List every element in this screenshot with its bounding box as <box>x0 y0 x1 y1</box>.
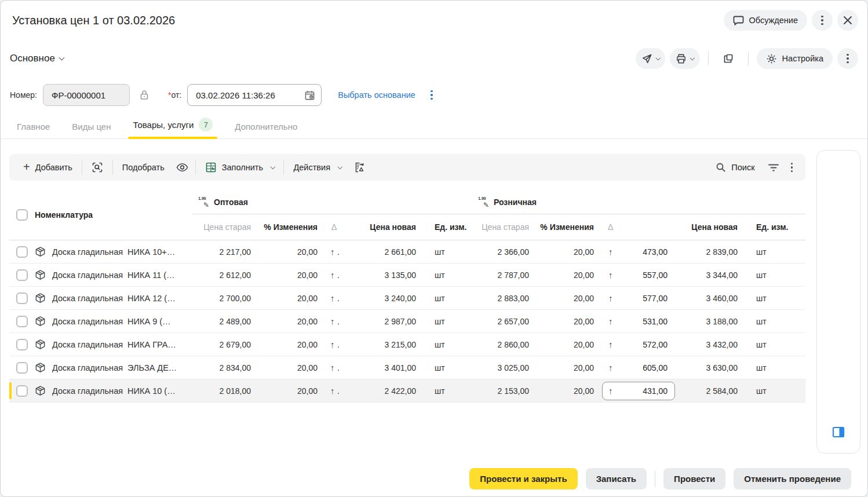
col-wholesale-old-price[interactable]: Цена старая <box>192 214 259 240</box>
retail-old-price[interactable]: 2 860,00 <box>468 340 537 349</box>
wholesale-delta[interactable]: ↑ . <box>326 363 359 372</box>
actions-button[interactable]: Действия <box>286 158 348 177</box>
group-wholesale[interactable]: 1.90✎ Оптовая <box>192 190 468 214</box>
date-field[interactable] <box>187 84 322 106</box>
date-input[interactable] <box>196 90 293 100</box>
retail-old-price[interactable]: 2 657,00 <box>468 317 537 326</box>
wholesale-delta[interactable]: ↑ . <box>326 339 359 349</box>
wholesale-delta[interactable]: ↑ . <box>326 316 359 326</box>
row-checkbox[interactable] <box>16 293 28 304</box>
panel-toggle-icon[interactable] <box>832 426 845 438</box>
search-field[interactable]: Поиск <box>709 158 761 177</box>
col-retail-delta[interactable]: Δ <box>602 214 677 240</box>
table-row[interactable]: Доска гладильная НИКА 9 (… 2 489,00 20,0… <box>9 310 805 333</box>
col-retail-old-price[interactable]: Цена старая <box>468 214 537 240</box>
col-retail-new-price[interactable]: Цена новая <box>677 214 746 240</box>
window-menu-button[interactable] <box>812 10 833 31</box>
tab-goods-services[interactable]: Товары, услуги 7 <box>133 118 213 138</box>
row-checkbox[interactable] <box>16 339 28 350</box>
retail-new-price[interactable]: 3 460,00 <box>677 294 746 303</box>
wholesale-delta[interactable]: ↑ . <box>326 270 359 280</box>
row-checkbox[interactable] <box>16 269 28 281</box>
retail-change-percent[interactable]: 20,00 <box>537 340 602 349</box>
group-retail[interactable]: 1.90✎ Розничная <box>468 190 805 214</box>
wholesale-old-price[interactable]: 2 679,00 <box>192 340 259 349</box>
retail-delta-cell[interactable]: ↑ 473,00 <box>602 243 675 261</box>
retail-unit[interactable]: шт <box>746 386 805 396</box>
retail-new-price[interactable]: 3 630,00 <box>677 363 746 372</box>
retail-change-percent[interactable]: 20,00 <box>537 363 602 372</box>
barcode-pick-button[interactable] <box>85 158 110 177</box>
visibility-button[interactable] <box>172 158 193 177</box>
wholesale-change-percent[interactable]: 20,00 <box>259 271 326 280</box>
table-row[interactable]: Доска гладильная НИКА 12 (… 2 700,00 20,… <box>9 287 805 310</box>
tab-main[interactable]: Главное <box>17 122 50 138</box>
recalculate-button[interactable] <box>349 158 370 177</box>
table-row[interactable]: Доска гладильная НИКА ГРА… 2 679,00 20,0… <box>9 333 805 356</box>
retail-unit[interactable]: шт <box>746 294 805 303</box>
wholesale-new-price[interactable]: 2 661,00 <box>359 247 424 257</box>
wholesale-unit[interactable]: шт <box>424 386 468 396</box>
pick-button[interactable]: Подобрать <box>115 158 172 177</box>
row-checkbox[interactable] <box>16 316 28 327</box>
col-retail-unit[interactable]: Ед. изм. <box>746 214 805 240</box>
wholesale-unit[interactable]: шт <box>424 294 468 303</box>
retail-unit[interactable]: шт <box>746 271 805 280</box>
retail-unit[interactable]: шт <box>746 363 805 372</box>
retail-new-price[interactable]: 3 188,00 <box>677 317 746 326</box>
print-button[interactable] <box>670 48 700 69</box>
retail-old-price[interactable]: 2 366,00 <box>468 247 537 257</box>
retail-old-price[interactable]: 2 883,00 <box>468 294 537 303</box>
settings-button[interactable]: Настройка <box>757 48 833 69</box>
tab-additional[interactable]: Дополнительно <box>235 122 297 138</box>
retail-new-price[interactable]: 3 344,00 <box>677 271 746 280</box>
wholesale-change-percent[interactable]: 20,00 <box>259 294 326 303</box>
send-button[interactable] <box>636 48 666 69</box>
wholesale-delta[interactable]: ↑ . <box>326 247 359 257</box>
retail-change-percent[interactable]: 20,00 <box>537 386 602 396</box>
col-nomenclature[interactable]: Номенклатура <box>35 210 192 220</box>
tab-price-types[interactable]: Виды цен <box>72 122 111 138</box>
col-wholesale-new-price[interactable]: Цена новая <box>359 214 424 240</box>
table-row[interactable]: Доска гладильная НИКА 10+… 2 217,00 20,0… <box>9 240 805 264</box>
retail-delta-cell[interactable]: ↑ 605,00 <box>602 359 675 377</box>
wholesale-change-percent[interactable]: 20,00 <box>259 247 326 257</box>
retail-unit[interactable]: шт <box>746 247 805 257</box>
wholesale-unit[interactable]: шт <box>424 271 468 280</box>
retail-new-price[interactable]: 2 839,00 <box>677 247 746 257</box>
wholesale-unit[interactable]: шт <box>424 340 468 349</box>
row-checkbox[interactable] <box>16 362 28 374</box>
wholesale-change-percent[interactable]: 20,00 <box>259 340 326 349</box>
wholesale-old-price[interactable]: 2 489,00 <box>192 317 259 326</box>
retail-unit[interactable]: шт <box>746 317 805 326</box>
section-menu[interactable]: Основное <box>10 53 64 64</box>
wholesale-new-price[interactable]: 3 215,00 <box>359 340 424 349</box>
wholesale-new-price[interactable]: 3 135,00 <box>359 271 424 280</box>
retail-change-percent[interactable]: 20,00 <box>537 271 602 280</box>
close-button[interactable] <box>837 10 858 31</box>
select-all-checkbox[interactable] <box>16 209 28 221</box>
retail-old-price[interactable]: 3 025,00 <box>468 363 537 372</box>
wholesale-delta[interactable]: ↑ . <box>326 293 359 303</box>
retail-delta-cell[interactable]: ↑ 431,00 <box>602 382 675 400</box>
wholesale-old-price[interactable]: 2 612,00 <box>192 271 259 280</box>
retail-new-price[interactable]: 2 584,00 <box>677 386 746 396</box>
table-row[interactable]: Доска гладильная ЭЛЬЗА ДЕ… 2 834,00 20,0… <box>9 356 805 379</box>
toolbar-more-button[interactable] <box>785 158 799 177</box>
wholesale-unit[interactable]: шт <box>424 247 468 257</box>
add-button[interactable]: + Добавить <box>16 158 79 177</box>
retail-change-percent[interactable]: 20,00 <box>537 317 602 326</box>
wholesale-change-percent[interactable]: 20,00 <box>259 363 326 372</box>
wholesale-old-price[interactable]: 2 018,00 <box>192 386 259 396</box>
col-retail-change-percent[interactable]: % Изменения <box>537 214 602 240</box>
wholesale-old-price[interactable]: 2 217,00 <box>192 247 259 257</box>
retail-delta-cell[interactable]: ↑ 577,00 <box>602 289 675 308</box>
wholesale-old-price[interactable]: 2 700,00 <box>192 294 259 303</box>
row-checkbox[interactable] <box>16 246 28 258</box>
wholesale-new-price[interactable]: 2 987,00 <box>359 317 424 326</box>
wholesale-old-price[interactable]: 2 834,00 <box>192 363 259 372</box>
table-row[interactable]: Доска гладильная НИКА 11 (… 2 612,00 20,… <box>9 264 805 287</box>
row-checkbox[interactable] <box>16 385 28 397</box>
retail-delta-cell[interactable]: ↑ 557,00 <box>602 266 675 284</box>
retail-unit[interactable]: шт <box>746 340 805 349</box>
